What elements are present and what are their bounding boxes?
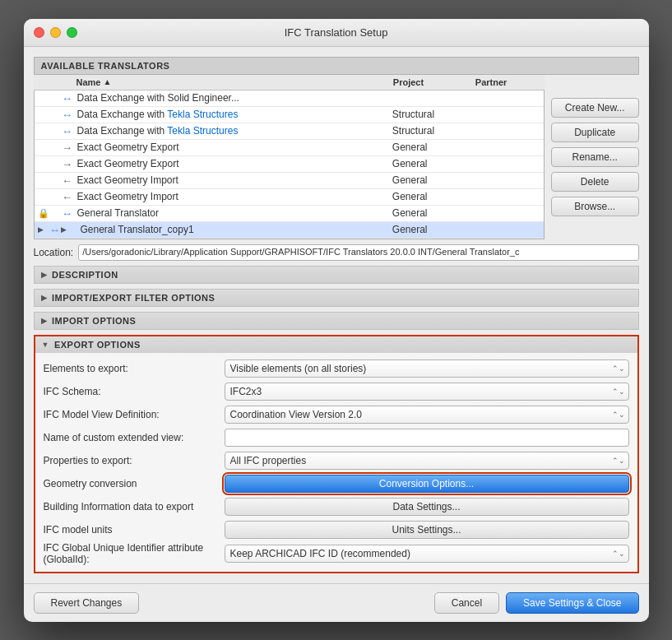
elements-label: Elements to export:: [44, 363, 225, 374]
table-row[interactable]: 🔒 ↔ General Translator General: [35, 206, 544, 222]
table-row[interactable]: ↔ Data Exchange with Tekla Structures St…: [35, 107, 544, 123]
window-buttons: [34, 27, 77, 38]
location-row: Location: /Users/goradonic/Library/Appli…: [34, 244, 639, 261]
translator-name: Data Exchange with Tekla Structures: [77, 125, 392, 137]
revert-button[interactable]: Revert Changes: [34, 592, 140, 614]
model-view-label: IFC Model View Definition:: [44, 409, 225, 420]
translator-name: General Translator_copy1: [81, 224, 392, 235]
description-header[interactable]: ▶ DESCRIPTION: [35, 267, 638, 283]
table-row[interactable]: ← Exact Geometry Import General: [35, 173, 544, 189]
ifc-units-label: IFC model units: [44, 524, 225, 536]
window-title: IFC Translation Setup: [285, 26, 388, 39]
building-info-row: Building Information data to export Data…: [44, 496, 629, 517]
translator-project: General: [392, 141, 475, 153]
export-options-header[interactable]: ▼ EXPORT OPTIONS: [35, 336, 637, 353]
translator-name: Exact Geometry Import: [77, 191, 392, 202]
ifc-units-row: IFC model units Units Settings...: [44, 519, 629, 540]
location-label: Location:: [34, 247, 74, 258]
create-new-button[interactable]: Create New...: [551, 98, 639, 118]
model-view-row: IFC Model View Definition: Coordination …: [44, 404, 629, 425]
direction-icon: ↔: [58, 207, 77, 220]
direction-icon: ←: [58, 191, 77, 203]
building-info-control: Data Settings...: [225, 498, 629, 516]
ifc-schema-select-wrapper: IFC2x3 IFC4: [225, 383, 629, 401]
global-id-label: IFC Global Unique Identifier attribute (…: [44, 542, 225, 565]
direction-icon: ↔: [58, 125, 77, 137]
translator-name: Exact Geometry Export: [77, 158, 392, 169]
building-info-label: Building Information data to export: [44, 501, 225, 512]
geometry-control: Conversion Options...: [225, 475, 629, 493]
data-settings-button[interactable]: Data Settings...: [225, 498, 629, 516]
import-options-section: ▶ IMPORT OPTIONS: [34, 312, 639, 330]
ifc-schema-select[interactable]: IFC2x3 IFC4: [225, 383, 629, 401]
description-label: DESCRIPTION: [52, 270, 118, 280]
delete-button[interactable]: Delete: [551, 172, 639, 192]
direction-icon: →: [58, 141, 77, 154]
ifc-schema-row: IFC Schema: IFC2x3 IFC4: [44, 381, 629, 402]
col-lock: [37, 77, 57, 87]
ifc-schema-control: IFC2x3 IFC4: [225, 383, 629, 401]
export-options-section: ▼ EXPORT OPTIONS Elements to export: Vis…: [34, 335, 639, 573]
global-id-control: Keep ARCHICAD IFC ID (recommended) Gener…: [225, 545, 629, 563]
translator-name: Data Exchange with Solid Engineer...: [77, 92, 392, 104]
col-arrow: [57, 77, 76, 87]
import-export-filter-header[interactable]: ▶ IMPORT/EXPORT FILTER OPTIONS: [35, 290, 638, 306]
expand-icon: ▶: [38, 225, 49, 234]
table-row[interactable]: → Exact Geometry Export General: [35, 156, 544, 173]
direction-icon: →: [58, 158, 77, 170]
import-export-filter-section: ▶ IMPORT/EXPORT FILTER OPTIONS: [34, 289, 639, 307]
geometry-label: Geometry conversion: [44, 478, 225, 489]
properties-label: Properties to export:: [44, 455, 225, 466]
elements-select-wrapper: Visible elements (on all stories) All el…: [225, 359, 629, 378]
bottom-center-buttons: Cancel Save Settings & Close: [434, 592, 639, 614]
model-view-control: Coordination View Version 2.0 Reference …: [225, 406, 629, 424]
triangle-icon: ▶: [41, 294, 48, 302]
elements-control: Visible elements (on all stories) All el…: [225, 359, 629, 378]
lock-icon: 🔒: [38, 208, 58, 219]
table-header: Name ▲ Project Partner: [34, 75, 545, 90]
rename-button[interactable]: Rename...: [551, 147, 639, 167]
elements-select[interactable]: Visible elements (on all stories) All el…: [225, 359, 629, 378]
model-view-select[interactable]: Coordination View Version 2.0 Reference …: [225, 406, 629, 424]
col-name[interactable]: Name ▲: [76, 77, 393, 87]
maximize-button[interactable]: [67, 27, 77, 38]
properties-select[interactable]: All IFC properties Basic IFC properties …: [225, 452, 629, 470]
units-settings-button[interactable]: Units Settings...: [225, 521, 629, 539]
description-section: ▶ DESCRIPTION: [34, 266, 639, 284]
duplicate-button[interactable]: Duplicate: [551, 123, 639, 142]
translator-project: General: [392, 207, 475, 219]
child-expand: ▶: [61, 225, 81, 234]
custom-view-label: Name of custom extended view:: [44, 432, 225, 443]
translator-project: Structural: [392, 125, 475, 137]
export-options-label: EXPORT OPTIONS: [54, 340, 141, 350]
close-button[interactable]: [34, 27, 44, 38]
location-input[interactable]: /Users/goradonic/Library/Application Sup…: [78, 244, 638, 261]
custom-view-input[interactable]: [225, 429, 629, 447]
import-options-header[interactable]: ▶ IMPORT OPTIONS: [35, 313, 638, 329]
table-row[interactable]: ↔ Data Exchange with Solid Engineer...: [35, 90, 544, 107]
global-id-row: IFC Global Unique Identifier attribute (…: [44, 542, 629, 565]
conversion-options-button[interactable]: Conversion Options...: [225, 475, 629, 493]
titlebar: IFC Translation Setup: [24, 19, 649, 47]
global-id-select-wrapper: Keep ARCHICAD IFC ID (recommended) Gener…: [225, 545, 629, 563]
save-button[interactable]: Save Settings & Close: [506, 592, 638, 614]
bottom-bar: Revert Changes Cancel Save Settings & Cl…: [24, 584, 649, 622]
col-project: Project: [393, 77, 475, 87]
col-partner: Partner: [475, 77, 541, 87]
browse-button[interactable]: Browse...: [551, 197, 639, 216]
properties-control: All IFC properties Basic IFC properties …: [225, 452, 629, 470]
translator-name: Exact Geometry Export: [77, 141, 392, 153]
table-row[interactable]: ▶ ↔ ▶ General Translator_copy1 General: [35, 222, 544, 239]
table-row[interactable]: → Exact Geometry Export General: [35, 140, 544, 156]
table-row[interactable]: ← Exact Geometry Import General: [35, 189, 544, 206]
main-window: IFC Translation Setup AVAILABLE TRANSLAT…: [24, 19, 649, 622]
translator-project: General: [392, 158, 475, 169]
global-id-select[interactable]: Keep ARCHICAD IFC ID (recommended) Gener…: [225, 545, 629, 563]
cancel-button[interactable]: Cancel: [434, 592, 499, 614]
translator-table-area: Name ▲ Project Partner ↔ Data Exchange w…: [34, 75, 545, 239]
direction-icon: ↔: [58, 92, 77, 104]
table-row[interactable]: ↔ Data Exchange with Tekla Structures St…: [35, 123, 544, 140]
translator-name: General Translator: [77, 207, 392, 219]
minimize-button[interactable]: [50, 27, 61, 38]
direction-icon: ←: [58, 174, 77, 187]
